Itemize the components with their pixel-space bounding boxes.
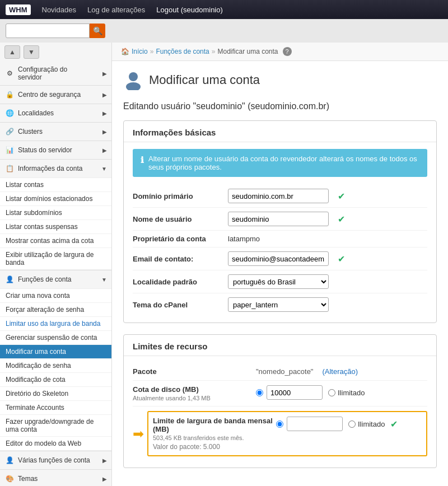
select-theme[interactable]: paper_lantern (228, 297, 329, 312)
sidebar-item-themes[interactable]: 🎨 Temas ▶ (0, 470, 111, 486)
help-icon[interactable]: ? (283, 47, 292, 56)
themes-icon: 🎨 (4, 474, 15, 484)
sidebar-label-server-config: Configuração doservidor (18, 66, 67, 81)
sidebar-label-security: Centro de segurança (18, 91, 81, 99)
page-title: Modificar uma conta (149, 73, 260, 87)
sidebar-item-listar-subdominios[interactable]: Listar subdomínios (0, 206, 111, 220)
chevron-right-icon: ▶ (102, 92, 107, 98)
breadcrumb-section[interactable]: Funções de conta (156, 48, 209, 55)
sidebar-item-exibir-largura[interactable]: Exibir utilização de largura de banda (0, 248, 111, 270)
breadcrumb-current: Modificar uma conta (217, 48, 278, 55)
input-bandwidth[interactable] (287, 417, 343, 431)
label-owner: Proprietário da conta (133, 235, 222, 243)
input-domain[interactable] (228, 189, 329, 203)
select-locale[interactable]: português do Brasil (228, 274, 329, 289)
search-area: 🔍 (0, 19, 448, 43)
sidebar-item-listar-suspensas[interactable]: Listar contas suspensas (0, 220, 111, 234)
radio-disk-unlimited[interactable] (328, 389, 335, 396)
sidebar-item-account-info[interactable]: 📋 Informações da conta ▼ (0, 160, 111, 177)
value-owner: latampmo (228, 235, 260, 243)
sidebar-item-account-functions[interactable]: 👤 Funções de conta ▼ (0, 270, 111, 288)
sidebar-item-security[interactable]: 🔒 Centro de segurança ▶ (0, 86, 111, 104)
chevron-down-icon: ▼ (101, 277, 107, 283)
radio-bandwidth-number[interactable] (276, 420, 283, 428)
radio-disk-number[interactable] (256, 389, 263, 396)
field-email: Email de contato: ✔ (133, 247, 427, 270)
input-username[interactable] (228, 212, 329, 226)
page-title-icon (123, 70, 143, 90)
sidebar-item-various[interactable]: 👤 Várias funções de conta ▶ (0, 451, 111, 469)
label-col-package: Pacote (133, 367, 256, 376)
sidebar-item-editor-modelo[interactable]: Editor do modelo da Web (0, 437, 111, 451)
unlimited-bandwidth-label: Ilimitado (358, 420, 385, 428)
label-col-bandwidth: Limite de largura de banda mensal (MB) 5… (153, 417, 276, 441)
sidebar-section-themes: 🎨 Temas ▶ (0, 470, 111, 486)
resource-limits-section: Limites de recurso Pacote "nomedo_pacote… (123, 334, 437, 468)
nav-arrow-up[interactable]: ▲ (4, 45, 20, 59)
controls-disk: Ilimitado (256, 385, 427, 400)
search-button[interactable]: 🔍 (90, 24, 105, 38)
sublabel-bandwidth: 503,45 KB transferidos este mês. (153, 434, 276, 441)
home-icon: 🏠 (121, 48, 129, 55)
sidebar-item-listar-dominios[interactable]: Listar domínios estacionados (0, 192, 111, 206)
sidebar-item-upgrade-downgrade[interactable]: Fazer upgrade/downgrade de uma conta (0, 415, 111, 437)
whm-logo-text: WHM (6, 4, 31, 15)
package-value: "nomedo_pacote" (256, 367, 313, 376)
sidebar-item-localidades[interactable]: 🌐 Localidades ▶ (0, 104, 111, 122)
bandwidth-inner: Limite de largura de banda mensal (MB) 5… (153, 417, 422, 441)
sidebar-nav-arrows: ▲ ▼ (0, 43, 111, 62)
controls-package: "nomedo_pacote" (Alteração) (256, 367, 427, 376)
sidebar-label-server-status: Status do servidor (18, 146, 72, 154)
sidebar-item-mostrar-acima-cota[interactable]: Mostrar contas acima da cota (0, 234, 111, 248)
sidebar-item-limitar-largura[interactable]: Limitar uso da largura de banda (0, 317, 111, 331)
sidebar-item-server-status[interactable]: 📊 Status do servidor ▶ (0, 141, 111, 159)
check-username: ✔ (338, 214, 345, 225)
sidebar-label-clusters: Clusters (18, 128, 43, 135)
sidebar-item-forcar-senha[interactable]: Forçar alteração de senha (0, 303, 111, 317)
row-disk-quota: Cota de disco (MB) Atualmente usando 1,4… (133, 381, 427, 406)
check-email: ✔ (338, 254, 345, 264)
resource-limits-title: Limites de recurso (124, 335, 436, 356)
sidebar-item-server-config[interactable]: ⚙ Configuração doservidor ▶ (0, 62, 111, 85)
server-config-icon: ⚙ (4, 68, 15, 78)
svg-point-0 (129, 72, 138, 81)
breadcrumb-sep1: » (150, 48, 154, 55)
sidebar-item-modificar-conta[interactable]: Modificar uma conta (0, 345, 111, 359)
input-email[interactable] (228, 251, 329, 266)
label-package: Pacote (133, 367, 157, 376)
sidebar-item-listar-contas[interactable]: Listar contas (0, 178, 111, 192)
breadcrumb-home[interactable]: Início (132, 48, 148, 55)
arrow-indicator: ➡ (133, 426, 144, 442)
nav-novidades[interactable]: Novidades (42, 6, 76, 14)
search-input[interactable] (6, 24, 90, 38)
package-change-link[interactable]: (Alteração) (322, 367, 358, 376)
unlimited-bandwidth: Ilimitado ✔ (348, 419, 398, 429)
account-functions-submenu: Criar uma nova conta Forçar alteração de… (0, 288, 111, 451)
sidebar-item-terminate-accounts[interactable]: Terminate Accounts (0, 401, 111, 415)
field-locale: Localidade padrão português do Brasil (133, 270, 427, 293)
sidebar-item-modificacao-cota[interactable]: Modificação de cota (0, 373, 111, 387)
chevron-right-icon: ▶ (102, 129, 107, 135)
label-bandwidth: Limite de largura de banda mensal (MB) (153, 417, 276, 433)
localidades-icon: 🌐 (4, 108, 15, 118)
nav-arrow-down[interactable]: ▼ (24, 45, 39, 59)
chevron-right-icon: ▶ (102, 476, 107, 482)
nav-logout[interactable]: Logout (seudominio) (156, 6, 223, 14)
sidebar-section-account-functions: 👤 Funções de conta ▼ Criar uma nova cont… (0, 270, 111, 451)
sidebar-item-criar-conta[interactable]: Criar uma nova conta (0, 289, 111, 303)
radio-bandwidth-unlimited[interactable] (348, 420, 356, 428)
sidebar-item-clusters[interactable]: 🔗 Clusters ▶ (0, 123, 111, 141)
sidebar-section-clusters: 🔗 Clusters ▶ (0, 123, 111, 141)
nav-log[interactable]: Log de alterações (87, 6, 145, 14)
sidebar-label-various: Várias funções de conta (18, 456, 90, 464)
sidebar-item-diretorio-skeleton[interactable]: Diretório do Skeleton (0, 387, 111, 401)
chevron-down-icon: ▼ (101, 166, 107, 172)
clusters-icon: 🔗 (4, 127, 15, 137)
account-functions-icon: 👤 (4, 274, 15, 284)
resource-limits-body: Pacote "nomedo_pacote" (Alteração) Cota … (124, 356, 436, 468)
input-disk-quota[interactable] (267, 385, 323, 400)
sidebar-item-gerenciar-suspensao[interactable]: Gerenciar suspensão de conta (0, 331, 111, 345)
main-content: 🏠 Início » Funções de conta » Modificar … (112, 43, 448, 486)
sidebar-item-modificacao-senha[interactable]: Modificação de senha (0, 359, 111, 373)
sidebar-section-security: 🔒 Centro de segurança ▶ (0, 86, 111, 104)
